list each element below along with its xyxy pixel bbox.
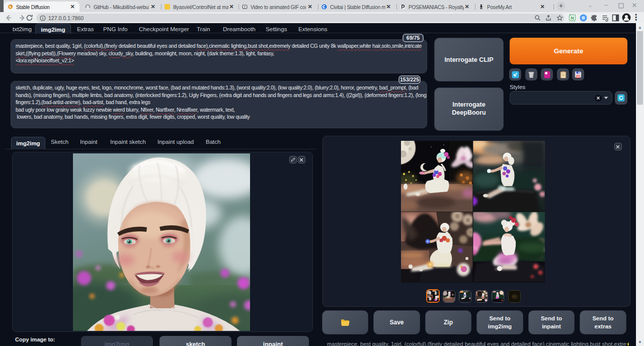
svg-text:N: N [571, 16, 574, 21]
